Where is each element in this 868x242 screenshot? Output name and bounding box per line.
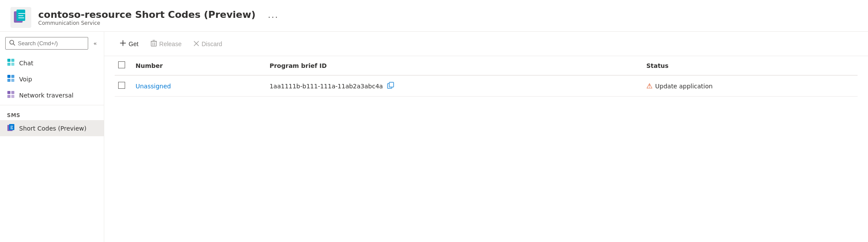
discard-button[interactable]: Discard xyxy=(189,38,227,50)
sms-section-label: SMS xyxy=(0,107,104,120)
sidebar-item-chat[interactable]: Chat xyxy=(0,55,104,71)
get-plus-icon xyxy=(120,40,126,47)
row-checkbox-cell xyxy=(115,75,129,97)
svg-rect-23 xyxy=(10,127,13,128)
svg-rect-24 xyxy=(10,128,13,129)
sidebar-item-voip-label: Voip xyxy=(19,76,32,83)
search-box[interactable] xyxy=(5,37,88,50)
svg-line-7 xyxy=(13,44,15,46)
table-header: Number Program brief ID Status xyxy=(115,56,858,75)
svg-rect-3 xyxy=(18,13,25,14)
program-brief-id-column-header: Program brief ID xyxy=(262,56,639,75)
search-input[interactable] xyxy=(18,40,84,47)
svg-rect-15 xyxy=(11,79,14,82)
header-row: Number Program brief ID Status xyxy=(115,56,858,75)
page-title-suffix: Short Codes (Preview) xyxy=(132,9,255,20)
header-checkbox-cell xyxy=(115,56,129,75)
page-header: contoso-resource Short Codes (Preview) C… xyxy=(0,0,868,32)
sidebar-item-short-codes[interactable]: Short Codes (Preview) xyxy=(0,120,104,136)
resource-name: contoso-resource xyxy=(38,9,132,20)
id-cell-content: 1aa1111b-b111-111a-11ab2a3abc4a xyxy=(269,82,632,90)
content-area: Get Release xyxy=(104,32,868,242)
sidebar-item-chat-label: Chat xyxy=(19,60,33,67)
short-codes-icon xyxy=(7,124,15,133)
table-body: Unassigned 1aa1111b-b111-111a-11ab2a3abc… xyxy=(115,75,858,97)
svg-rect-16 xyxy=(7,91,10,94)
release-button[interactable]: Release xyxy=(146,37,187,50)
program-brief-id-cell: 1aa1111b-b111-111a-11ab2a3abc4a xyxy=(262,75,639,97)
voip-icon xyxy=(7,74,15,84)
svg-rect-14 xyxy=(7,79,10,82)
more-options-button[interactable]: ··· xyxy=(268,12,278,23)
status-column-header: Status xyxy=(639,56,858,75)
get-label: Get xyxy=(129,40,139,47)
network-traversal-icon xyxy=(7,91,15,100)
header-title-block: contoso-resource Short Codes (Preview) C… xyxy=(38,9,255,26)
svg-rect-35 xyxy=(389,82,394,87)
svg-rect-17 xyxy=(11,91,14,94)
short-codes-table: Number Program brief ID Status Unassigne… xyxy=(115,56,858,97)
svg-rect-27 xyxy=(151,41,156,46)
sidebar-item-short-codes-label: Short Codes (Preview) xyxy=(19,125,86,132)
release-trash-icon xyxy=(151,40,157,48)
number-link[interactable]: Unassigned xyxy=(136,83,171,90)
sidebar-item-network-traversal[interactable]: Network traversal xyxy=(0,87,104,103)
service-type: Communication Service xyxy=(38,20,255,26)
chat-icon xyxy=(7,58,15,67)
svg-rect-13 xyxy=(11,75,14,78)
status-cell: ⚠ Update application xyxy=(639,75,858,97)
search-icon xyxy=(9,40,15,47)
table-container: Number Program brief ID Status Unassigne… xyxy=(104,56,868,242)
svg-rect-4 xyxy=(18,15,23,16)
svg-rect-22 xyxy=(10,126,13,127)
svg-rect-8 xyxy=(7,59,10,62)
get-button[interactable]: Get xyxy=(115,37,144,50)
main-layout: « Chat Vo xyxy=(0,32,868,242)
table-row: Unassigned 1aa1111b-b111-111a-11ab2a3abc… xyxy=(115,75,858,97)
sidebar: « Chat Vo xyxy=(0,32,104,242)
number-cell: Unassigned xyxy=(129,75,262,97)
sidebar-divider xyxy=(0,105,104,105)
svg-rect-18 xyxy=(7,95,10,98)
search-row: « xyxy=(0,37,104,55)
page-title: contoso-resource Short Codes (Preview) xyxy=(38,9,255,20)
collapse-button[interactable]: « xyxy=(92,38,99,48)
status-text: Update application xyxy=(655,83,712,90)
copy-icon[interactable] xyxy=(387,82,394,90)
toolbar: Get Release xyxy=(104,32,868,56)
row-checkbox[interactable] xyxy=(118,82,125,89)
svg-rect-12 xyxy=(7,75,10,78)
select-all-checkbox[interactable] xyxy=(118,61,125,68)
discard-label: Discard xyxy=(202,40,222,47)
svg-rect-5 xyxy=(18,17,24,18)
svg-rect-10 xyxy=(7,63,10,66)
release-label: Release xyxy=(159,40,182,47)
service-logo xyxy=(10,7,31,28)
svg-rect-9 xyxy=(11,59,14,62)
svg-rect-19 xyxy=(11,95,14,98)
discard-x-icon xyxy=(194,40,199,47)
program-brief-id-value: 1aa1111b-b111-111a-11ab2a3abc4a xyxy=(269,83,383,90)
number-column-header: Number xyxy=(129,56,262,75)
sidebar-item-network-traversal-label: Network traversal xyxy=(19,92,73,99)
warning-icon: ⚠ xyxy=(646,82,653,90)
status-cell-content: ⚠ Update application xyxy=(646,82,851,90)
sidebar-item-voip[interactable]: Voip xyxy=(0,71,104,87)
svg-rect-11 xyxy=(11,63,14,66)
